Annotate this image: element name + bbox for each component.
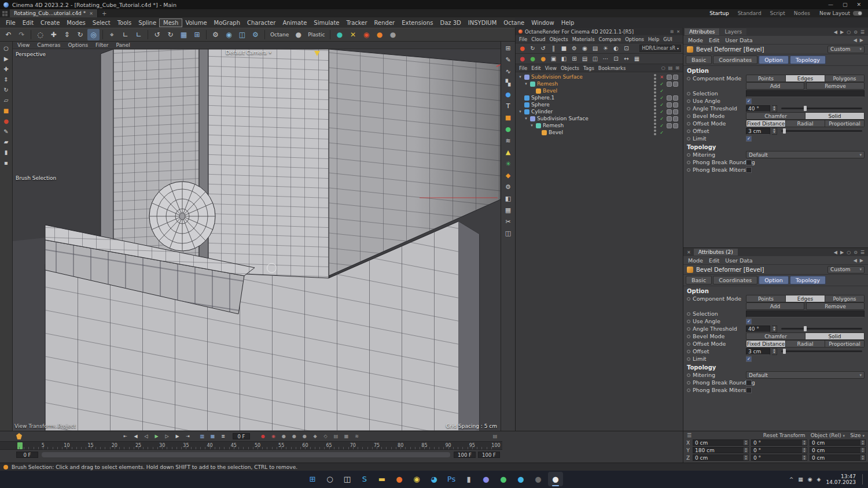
scale-y-field[interactable]: 0 cm [810, 447, 866, 453]
solid-button[interactable]: Solid [806, 112, 865, 120]
tab-option[interactable]: Option [759, 56, 789, 64]
rotate-left-icon[interactable]: ↺ [151, 29, 163, 40]
mode-menu[interactable]: Mode [688, 37, 703, 43]
tab-topology[interactable]: Topology [790, 276, 826, 284]
select-arrow-icon[interactable]: ▶ [1, 54, 12, 63]
octane-menu-cloud[interactable]: Cloud [531, 36, 545, 42]
tag-icon[interactable] [667, 109, 672, 114]
om-search-icon[interactable]: ○ [661, 65, 665, 71]
tab-topology[interactable]: Topology [790, 56, 826, 64]
visibility-dots-icon[interactable] [654, 81, 657, 87]
menu-animate[interactable]: Animate [279, 19, 310, 27]
om-filter-icon[interactable]: ▤ [668, 65, 673, 71]
use-angle-checkbox[interactable] [746, 98, 752, 104]
discord-icon[interactable]: ● [479, 472, 494, 486]
param-circle-icon[interactable] [687, 130, 690, 133]
menu-daz-3d[interactable]: Daz 3D [436, 19, 464, 27]
angle-threshold-slider[interactable] [781, 108, 862, 109]
undo-icon[interactable]: ↶ [2, 29, 14, 40]
tag-icon[interactable] [667, 116, 672, 121]
param-circle-icon[interactable] [687, 114, 690, 118]
tag-icon[interactable] [673, 116, 678, 121]
modifier-gear-icon[interactable]: ⚙ [502, 182, 514, 193]
colorspace-dropdown[interactable]: HDR/Linear sR▾ [639, 45, 681, 52]
menu-window[interactable]: Window [528, 19, 557, 27]
expand-arrow-icon[interactable]: ▾ [524, 116, 528, 121]
previous-frame-button[interactable]: ◁ [141, 432, 151, 441]
fixed-distance-button[interactable]: Fixed Distance [746, 340, 786, 347]
range-end-field-2[interactable]: 100 F [478, 452, 500, 458]
param-circle-icon[interactable] [687, 137, 690, 141]
color-swatch-icon[interactable]: ■ [1, 106, 12, 115]
record-parameter-icon[interactable]: ◆ [310, 432, 320, 441]
timeline-mode-icon[interactable]: ≣ [218, 432, 228, 441]
pyramid-icon[interactable]: ▲ [502, 147, 514, 158]
object-name[interactable]: Subdivision Surface [537, 116, 589, 121]
split-view-icon[interactable]: ◧ [559, 54, 569, 64]
octane-menu-help[interactable]: Help [648, 36, 659, 42]
om-path-icon[interactable]: ⊞ [675, 65, 679, 71]
material-green-icon[interactable]: ● [528, 54, 538, 64]
menu-extensions[interactable]: Extensions [398, 19, 436, 27]
rotate-icon[interactable]: ↻ [1, 85, 12, 94]
tag-icon[interactable] [673, 123, 678, 128]
fixed-distance-button[interactable]: Fixed Distance [746, 120, 786, 127]
array-icon[interactable]: ⊞ [502, 43, 514, 54]
search-button[interactable]: ○ [322, 472, 337, 486]
range-end-field[interactable]: 100 F [454, 452, 476, 458]
param-circle-icon[interactable] [687, 342, 690, 346]
lock-icon[interactable]: ⊙ [854, 250, 858, 255]
menu-file[interactable]: File [2, 19, 19, 27]
menu-create[interactable]: Create [37, 19, 63, 27]
next-key-button[interactable]: ▶ [172, 432, 182, 441]
enabled-check-icon[interactable]: ✓ [659, 82, 665, 87]
phong-break-rounding-checkbox[interactable] [746, 380, 752, 386]
record-button[interactable]: ● [258, 432, 268, 441]
rotate-tool-icon[interactable]: ↻ [74, 29, 86, 40]
object-item[interactable]: Bevel✓ [516, 129, 683, 136]
proportional-button[interactable]: Proportional [825, 340, 865, 347]
enabled-check-icon[interactable]: ✓ [659, 123, 665, 128]
edit-menu[interactable]: Edit [709, 37, 719, 43]
lock-icon[interactable]: ⊙ [854, 29, 858, 35]
param-circle-icon[interactable] [687, 327, 690, 331]
asset-browser-icon[interactable]: ● [333, 29, 345, 40]
hidden-icons-chevron[interactable]: ^ [789, 476, 794, 482]
proportional-button[interactable]: Proportional [825, 120, 865, 127]
history-forward-icon[interactable]: ▶ [860, 38, 863, 43]
material-preview-sphere-icon[interactable]: ● [292, 29, 304, 40]
radial-button[interactable]: Radial [786, 340, 825, 347]
tag-icon[interactable] [667, 82, 672, 87]
stepper-icon[interactable] [772, 128, 777, 135]
points-button[interactable]: Points [746, 295, 786, 302]
network-icon[interactable]: ◉ [808, 476, 812, 482]
offset-field[interactable]: 3 cm [746, 348, 770, 355]
octane-menu-options[interactable]: Options [625, 36, 644, 42]
expand-arrow-icon[interactable]: ▾ [524, 82, 528, 86]
phong-break-miters-checkbox[interactable] [746, 167, 752, 173]
frame-ruler[interactable]: 5101520253035404550556065707580859095100 [0, 441, 502, 450]
param-circle-icon[interactable] [687, 312, 690, 316]
viewport-canvas[interactable]: Perspective Default Camera▾ Brush Select… [13, 49, 501, 431]
more-icon[interactable]: ⋯ [601, 54, 610, 64]
param-circle-icon[interactable] [687, 297, 690, 301]
stepper-icon[interactable] [860, 448, 865, 453]
timeline-scrollbar[interactable] [42, 452, 450, 457]
object-name[interactable]: Subdivision Surface [531, 74, 583, 80]
workplane-icon[interactable]: ▱ [1, 95, 12, 105]
preset-dropdown[interactable]: Custom▾ [827, 46, 865, 53]
offset-slider[interactable] [781, 350, 862, 352]
tab-coordinates[interactable]: Coordinates [713, 276, 757, 284]
timeline-options-icon[interactable]: ▤ [490, 432, 500, 441]
current-frame-field[interactable]: 0 F [233, 433, 250, 439]
enabled-check-icon[interactable]: ✓ [659, 95, 665, 101]
limit-checkbox[interactable] [746, 136, 752, 142]
history-back-icon[interactable]: ◀ [854, 258, 857, 263]
offset-field[interactable]: 3 cm [746, 128, 770, 135]
stepper-icon[interactable] [860, 440, 865, 445]
visibility-dots-icon[interactable] [654, 74, 657, 80]
user-data-menu[interactable]: User Data [725, 37, 752, 43]
octane-menu-materials[interactable]: Materials [572, 36, 595, 42]
layout-startup[interactable]: Startup [709, 10, 729, 16]
stepper-icon[interactable] [802, 448, 807, 453]
